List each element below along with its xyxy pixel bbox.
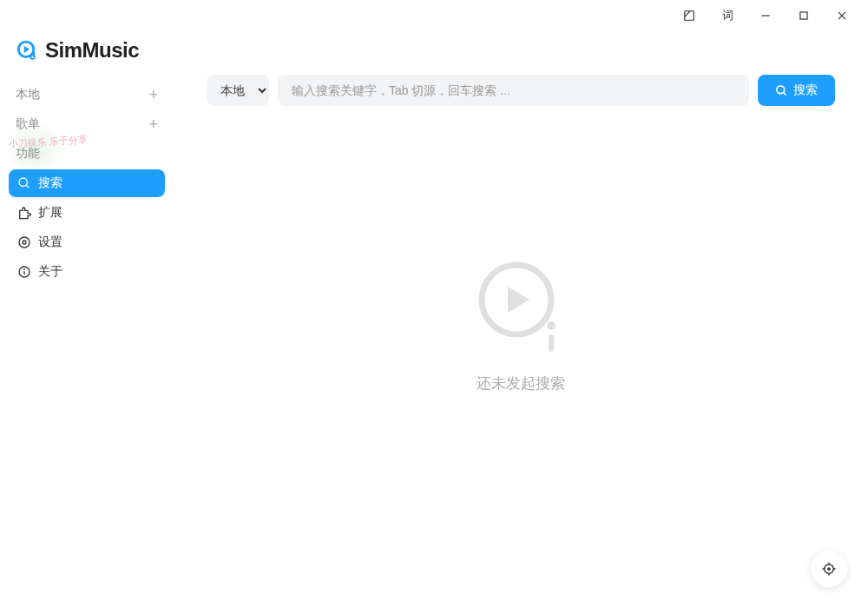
main-content: 本地 搜索 还未发起搜索 <box>174 31 868 608</box>
locate-button[interactable] <box>811 551 847 587</box>
section-local-label: 本地 <box>16 87 40 102</box>
svg-point-10 <box>19 237 30 248</box>
target-icon <box>821 561 837 577</box>
close-button[interactable] <box>823 0 861 31</box>
nav-search-label: 搜索 <box>38 175 62 191</box>
nav-about[interactable]: 关于 <box>9 258 165 286</box>
mini-mode-icon[interactable] <box>670 0 708 31</box>
search-button[interactable]: 搜索 <box>758 75 835 106</box>
info-icon <box>17 265 31 279</box>
window-titlebar: 词 <box>0 0 868 31</box>
logo-icon <box>14 38 38 63</box>
empty-state-icon <box>469 252 573 356</box>
svg-point-14 <box>777 85 785 93</box>
empty-state-text: 还未发起搜索 <box>477 373 565 393</box>
svg-point-20 <box>828 568 830 570</box>
gear-icon <box>17 235 31 249</box>
section-features: 功能 <box>9 139 165 169</box>
nav-search[interactable]: 搜索 <box>9 169 165 197</box>
nav-settings-label: 设置 <box>38 235 62 250</box>
maximize-button[interactable] <box>785 0 823 31</box>
section-playlist-label: 歌单 <box>16 116 40 132</box>
nav-settings[interactable]: 设置 <box>9 228 165 256</box>
section-features-label: 功能 <box>16 146 40 162</box>
nav-extensions[interactable]: 扩展 <box>9 199 165 227</box>
source-select[interactable]: 本地 <box>207 75 269 106</box>
svg-line-8 <box>26 185 29 188</box>
svg-line-15 <box>783 92 786 95</box>
section-playlist: 歌单 + <box>9 109 165 139</box>
svg-point-9 <box>23 241 26 244</box>
search-button-label: 搜索 <box>793 83 818 98</box>
section-local: 本地 + <box>9 80 165 109</box>
search-input[interactable] <box>278 75 749 106</box>
svg-point-13 <box>24 269 25 270</box>
svg-rect-2 <box>800 12 807 19</box>
search-icon <box>17 176 31 190</box>
puzzle-icon <box>17 206 31 220</box>
search-icon <box>775 84 788 97</box>
svg-rect-18 <box>549 334 554 352</box>
empty-state: 还未发起搜索 <box>207 106 835 608</box>
app-logo: SimMusic <box>9 31 165 80</box>
add-playlist-button[interactable]: + <box>148 116 158 132</box>
sidebar: SimMusic 小刀娱乐 乐于分享 本地 + 歌单 + 功能 搜索 扩展 设置 <box>0 31 174 608</box>
app-name: SimMusic <box>45 38 139 63</box>
add-local-button[interactable]: + <box>148 87 158 102</box>
minimize-button[interactable] <box>746 0 785 31</box>
nav-about-label: 关于 <box>38 264 62 280</box>
search-bar: 本地 搜索 <box>207 75 835 106</box>
lyrics-button[interactable]: 词 <box>708 8 746 23</box>
nav-extensions-label: 扩展 <box>38 205 62 221</box>
svg-point-17 <box>547 321 556 330</box>
svg-point-7 <box>19 178 27 186</box>
